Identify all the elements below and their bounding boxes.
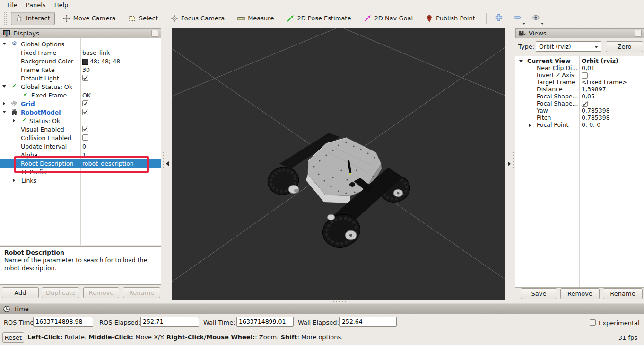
displays-row-global-status-ok[interactable]: ✔Global Status: Ok: [0, 82, 161, 91]
checkbox[interactable]: [582, 72, 588, 79]
time-panel-header: Time: [0, 303, 644, 314]
checkbox[interactable]: [82, 100, 88, 106]
collapse-left-arrow[interactable]: [166, 161, 169, 166]
expander-down-icon[interactable]: [519, 60, 523, 62]
property-label: Focal Shape...: [537, 100, 578, 107]
property-label: Grid: [21, 100, 35, 107]
rename-button[interactable]: Rename: [123, 287, 160, 298]
reset-button[interactable]: Reset: [2, 332, 24, 343]
checkbox[interactable]: [582, 101, 588, 107]
remove-button[interactable]: Remove: [560, 288, 600, 299]
expander-down-icon[interactable]: [2, 43, 6, 45]
property-label: TF Prefix: [21, 168, 46, 176]
views-row-focal-point[interactable]: Focal Point0; 0; 0: [515, 121, 644, 128]
tool-label: Focus Camera: [181, 15, 225, 22]
displays-row-links[interactable]: Links: [0, 176, 161, 185]
displays-row-default-light[interactable]: Default Light: [0, 74, 161, 82]
remove-button[interactable]: Remove: [83, 287, 119, 298]
displays-row-status-ok[interactable]: ✔Status: Ok: [0, 116, 161, 125]
help-segment: Right-Click/Mouse Wheel:: [166, 334, 255, 341]
splitter-handle-dots[interactable]: [333, 301, 334, 302]
checkbox[interactable]: [82, 75, 88, 81]
visibility-button[interactable]: [529, 11, 542, 25]
expander-down-icon[interactable]: [2, 85, 6, 88]
add-button[interactable]: Add: [2, 287, 39, 298]
displays-row-fixed-frame[interactable]: Fixed Framebase_link: [0, 48, 161, 57]
expander-right-icon[interactable]: [3, 102, 5, 106]
property-label: Focal Point: [537, 122, 568, 128]
collapse-right-arrow[interactable]: [508, 161, 511, 166]
checkbox[interactable]: [82, 109, 88, 115]
displays-row-background-color[interactable]: Background Color48; 48; 48: [0, 57, 161, 65]
displays-row-collision-enabled[interactable]: Collision Enabled: [0, 133, 161, 142]
help-segment: Shift: [281, 334, 297, 341]
zero-button[interactable]: Zero: [606, 41, 643, 52]
menu-panels[interactable]: Panels: [22, 1, 50, 9]
views-row-yaw[interactable]: Yaw0,785398: [515, 107, 644, 114]
displays-row-robot-description[interactable]: Robot Descriptionrobot_description: [0, 159, 161, 168]
tool-interact[interactable]: Interact: [11, 12, 55, 25]
splitter-handle-dots[interactable]: [163, 152, 164, 153]
save-button[interactable]: Save: [521, 288, 557, 299]
displays-undock-button[interactable]: [151, 30, 158, 37]
property-value: OK: [82, 92, 91, 99]
wall-time-input[interactable]: [236, 317, 294, 327]
property-label: Status: Ok: [29, 117, 60, 124]
tool-focus-camera[interactable]: Focus Camera: [166, 12, 229, 25]
add-tool-icon: [495, 16, 503, 23]
views-row-current-view[interactable]: Current ViewOrbit (rviz): [515, 57, 644, 64]
wall-elapsed-input[interactable]: [339, 317, 397, 327]
displays-row-fixed-frame[interactable]: ✔Fixed FrameOK: [0, 91, 161, 99]
remove-tool-button[interactable]: [511, 11, 524, 25]
property-value: 48; 48; 48: [90, 58, 120, 65]
tool-measure[interactable]: Measure: [233, 12, 278, 25]
experimental-checkbox[interactable]: [590, 319, 596, 326]
displays-row-robotmodel[interactable]: RobotModel: [0, 108, 161, 116]
views-row-invert-z-axis[interactable]: Invert Z Axis: [515, 71, 644, 79]
views-undock-button[interactable]: [635, 30, 642, 37]
tool-2d-nav-goal[interactable]: 2D Nav Goal: [359, 12, 418, 25]
displays-row-alpha[interactable]: Alpha1: [0, 150, 161, 159]
displays-row-grid[interactable]: Grid: [0, 99, 161, 108]
checkbox[interactable]: [82, 126, 88, 132]
displays-row-frame-rate[interactable]: Frame Rate30: [0, 65, 161, 74]
rename-button[interactable]: Rename: [603, 288, 643, 299]
property-label: Update Interval: [21, 143, 67, 150]
views-row-near-clip-di[interactable]: Near Clip Di...0,01: [515, 64, 644, 71]
views-row-focal-shape[interactable]: Focal Shape...: [515, 100, 644, 107]
displays-row-global-options[interactable]: ⚙Global Options: [0, 40, 161, 48]
duplicate-button[interactable]: Duplicate: [42, 287, 79, 298]
ros-elapsed-input[interactable]: [140, 317, 199, 327]
displays-row-visual-enabled[interactable]: Visual Enabled: [0, 125, 161, 133]
expander-right-icon[interactable]: [529, 124, 531, 127]
tool-move-camera[interactable]: Move Camera: [58, 12, 121, 25]
wall-time-label: Wall Time:: [203, 319, 235, 326]
views-row-pitch[interactable]: Pitch0,785398: [515, 114, 644, 121]
add-tool-button[interactable]: [492, 11, 505, 25]
tool-2d-pose-estimate[interactable]: 2D Pose Estimate: [282, 12, 356, 25]
menu-help[interactable]: Help: [50, 1, 73, 9]
expander-right-icon[interactable]: [13, 178, 15, 182]
menu-file[interactable]: File: [3, 1, 22, 9]
ros-time-input[interactable]: [33, 317, 93, 327]
splitter-handle-dots[interactable]: [513, 152, 514, 153]
toolbar-drag-handle[interactable]: [4, 12, 7, 25]
expander-right-icon[interactable]: [13, 119, 15, 123]
3d-viewport[interactable]: [172, 28, 505, 300]
displays-row-tf-prefix[interactable]: TF Prefix: [0, 168, 161, 176]
views-row-focal-shape[interactable]: Focal Shape...0,05: [515, 93, 644, 100]
wall-elapsed-label: Wall Elapsed:: [298, 319, 339, 326]
tool-publish-point[interactable]: Publish Point: [421, 12, 480, 25]
displays-row-update-interval[interactable]: Update Interval0: [0, 142, 161, 150]
interact-icon: [16, 15, 23, 22]
property-label: Fixed Frame: [31, 92, 67, 99]
checkbox[interactable]: [82, 134, 88, 141]
color-swatch[interactable]: [82, 59, 88, 65]
tool-select[interactable]: Select: [124, 12, 163, 25]
view-type-dropdown[interactable]: Orbit (rviz): [536, 41, 601, 52]
mouse-help-text: Left-Click: Rotate. Middle-Click: Move X…: [27, 334, 343, 341]
help-segment: : Zoom.: [255, 334, 280, 341]
expander-down-icon[interactable]: [2, 111, 6, 113]
views-row-target-frame[interactable]: Target Frame<Fixed Frame>: [515, 79, 644, 86]
views-row-distance[interactable]: Distance1,39897: [515, 86, 644, 93]
